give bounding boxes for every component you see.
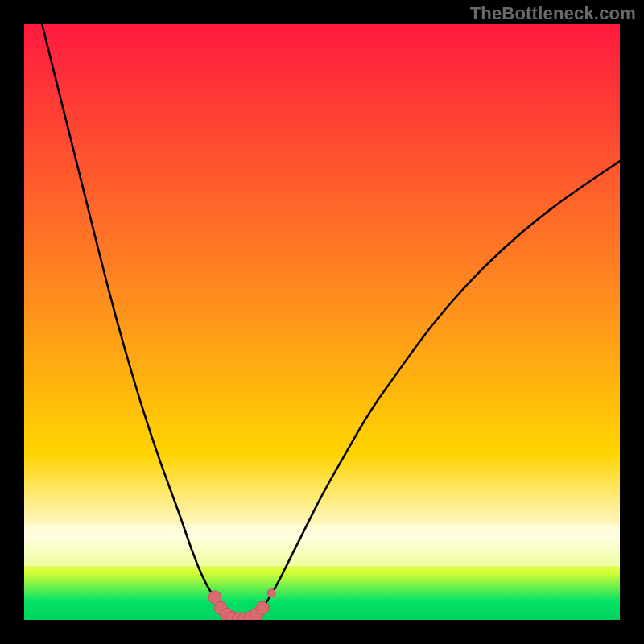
plot-area — [24, 24, 620, 620]
chart-frame: TheBottleneck.com — [0, 0, 644, 644]
marker-dot — [256, 601, 269, 614]
pale-band — [24, 525, 620, 567]
watermark-label: TheBottleneck.com — [470, 3, 636, 24]
marker-dot — [267, 589, 275, 597]
plot-svg — [24, 24, 620, 620]
